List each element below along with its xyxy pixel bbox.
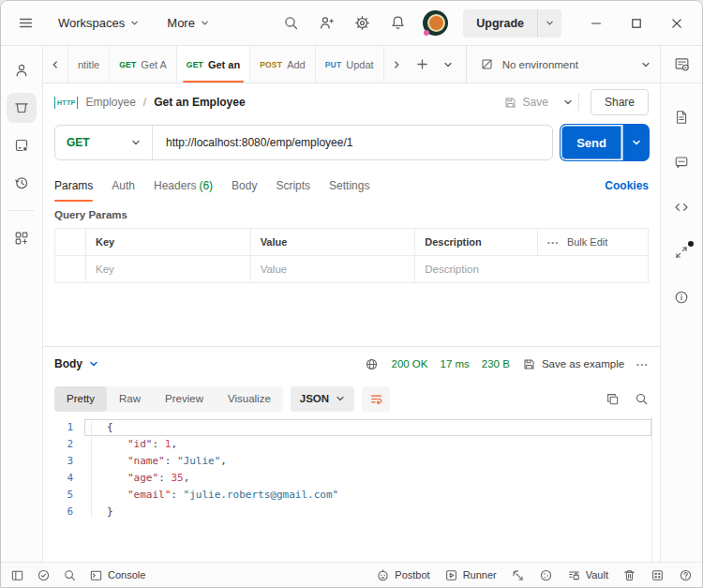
open-tab-updat[interactable]: PUTUpdat <box>316 46 384 83</box>
scroll-tabs-left-button[interactable] <box>43 60 67 69</box>
info-button[interactable] <box>666 282 696 312</box>
environment-quick-look-button[interactable] <box>666 50 696 80</box>
response-time[interactable]: 17 ms <box>440 358 469 369</box>
request-tab-headers[interactable]: Headers (6) <box>154 170 213 202</box>
expand-panel-button[interactable] <box>666 237 696 267</box>
tab-method-label: GET <box>119 60 136 69</box>
environment-selector[interactable]: No environment <box>466 46 660 83</box>
response-pane: Body 200 OK 17 ms 230 B Save as example … <box>43 346 660 562</box>
sidebar-item-history[interactable] <box>7 168 37 198</box>
trash-button[interactable] <box>622 568 636 582</box>
sidebar-item-collections[interactable] <box>7 93 37 123</box>
response-body-toggle[interactable]: Body <box>54 357 98 370</box>
method-select[interactable]: GET <box>55 126 153 159</box>
bulk-edit-button[interactable]: Bulk Edit <box>567 236 607 248</box>
invite-button[interactable] <box>319 15 335 31</box>
console-button[interactable]: Console <box>89 568 145 582</box>
split-pane-button[interactable] <box>651 568 665 582</box>
param-description-input[interactable]: Description <box>414 256 537 283</box>
toggle-sidebar-button[interactable] <box>10 568 24 582</box>
sidebar-item-profile[interactable] <box>7 55 37 85</box>
minimize-button[interactable] <box>590 17 603 30</box>
request-tab-settings[interactable]: Settings <box>329 170 369 202</box>
notifications-button[interactable] <box>390 15 406 31</box>
line-number: 4 <box>43 470 84 487</box>
send-options-button[interactable] <box>622 125 649 160</box>
save-options-button[interactable] <box>558 94 579 111</box>
cookies-link[interactable]: Cookies <box>605 179 649 192</box>
save-as-example-button[interactable]: Save as example <box>522 357 624 371</box>
help-button[interactable] <box>679 568 693 582</box>
sidebar-item-environments[interactable] <box>7 130 37 160</box>
close-button[interactable] <box>670 17 683 30</box>
environments-icon <box>13 137 30 154</box>
more-menu[interactable]: More <box>163 10 213 36</box>
settings-button[interactable] <box>354 15 370 31</box>
documentation-button[interactable] <box>666 102 696 132</box>
row-end-spacer <box>537 256 648 283</box>
comments-button[interactable] <box>666 147 696 177</box>
request-title[interactable]: Get an Employee <box>154 96 245 109</box>
param-value-input[interactable]: Value <box>250 256 415 283</box>
search-button[interactable] <box>283 15 299 31</box>
request-tab-scripts[interactable]: Scripts <box>276 170 310 202</box>
response-body-editor[interactable]: 1{2"id": 1,3"name": "Julie",4"age": 35,5… <box>43 416 652 562</box>
avatar[interactable] <box>423 10 448 36</box>
response-size[interactable]: 230 B <box>482 358 510 369</box>
column-header-key: Key <box>85 229 250 256</box>
upgrade-button[interactable]: Upgrade <box>463 9 537 38</box>
more-options-icon[interactable]: ••• <box>547 238 560 247</box>
request-tab-params[interactable]: Params <box>54 170 93 202</box>
new-tab-button[interactable] <box>409 58 436 70</box>
request-tab-auth[interactable]: Auth <box>112 170 135 202</box>
copy-response-button[interactable] <box>606 392 620 406</box>
chevron-right-icon <box>392 60 401 69</box>
response-more-options-button[interactable]: ••• <box>636 360 649 369</box>
open-tab-get-a[interactable]: GETGet A <box>110 46 177 83</box>
open-tab-ntitle[interactable]: ntitle <box>67 46 110 83</box>
response-view-tabs: PrettyRawPreviewVisualize <box>54 386 283 412</box>
sidebar-item-more-tools[interactable] <box>7 223 37 253</box>
workspaces-menu[interactable]: Workspaces <box>54 10 142 36</box>
view-tab-visualize[interactable]: Visualize <box>216 386 283 412</box>
response-format-select[interactable]: JSON <box>291 386 354 412</box>
network-globe-icon[interactable] <box>365 357 379 371</box>
main-menu-button[interactable] <box>18 15 34 31</box>
cookies-jar-button[interactable] <box>539 568 553 582</box>
chevron-down-icon <box>89 359 98 369</box>
upgrade-dropdown-button[interactable] <box>537 9 561 38</box>
search-response-button[interactable] <box>635 392 649 406</box>
breadcrumb-collection[interactable]: Employee <box>85 96 135 109</box>
right-sidebar <box>660 46 702 562</box>
save-button[interactable]: Save <box>498 92 554 113</box>
postbot-button[interactable]: Postbot <box>376 568 429 582</box>
param-key-input[interactable]: Key <box>85 256 250 283</box>
open-tab-add[interactable]: POSTAdd <box>250 46 316 83</box>
find-button[interactable] <box>63 568 77 582</box>
maximize-button[interactable] <box>630 17 643 30</box>
chevron-down-icon <box>641 60 651 69</box>
runner-button[interactable]: Runner <box>444 568 497 582</box>
capture-requests-button[interactable] <box>511 568 525 582</box>
code-token: "email" <box>127 489 171 501</box>
share-button[interactable]: Share <box>591 89 649 115</box>
vault-button[interactable]: Vault <box>567 568 608 582</box>
url-input[interactable] <box>153 126 552 159</box>
open-tab-get-an[interactable]: GETGet an <box>177 46 250 83</box>
code-text: } <box>84 504 651 520</box>
wrap-lines-button[interactable] <box>362 386 390 412</box>
request-tab-body[interactable]: Body <box>232 170 257 202</box>
status-code[interactable]: 200 OK <box>391 358 427 369</box>
scroll-tabs-right-button[interactable] <box>384 60 409 69</box>
code-line: 1{ <box>43 419 651 436</box>
chevron-down-icon <box>336 394 345 403</box>
tab-options-button[interactable] <box>436 60 460 69</box>
resize-arrows-icon <box>673 244 690 261</box>
view-tab-pretty[interactable]: Pretty <box>54 386 107 412</box>
connection-status-button[interactable] <box>37 568 51 582</box>
send-button[interactable]: Send <box>561 125 622 160</box>
view-tab-raw[interactable]: Raw <box>107 386 153 412</box>
comment-icon <box>673 154 690 171</box>
view-tab-preview[interactable]: Preview <box>153 386 216 412</box>
code-snippet-button[interactable] <box>666 192 696 222</box>
